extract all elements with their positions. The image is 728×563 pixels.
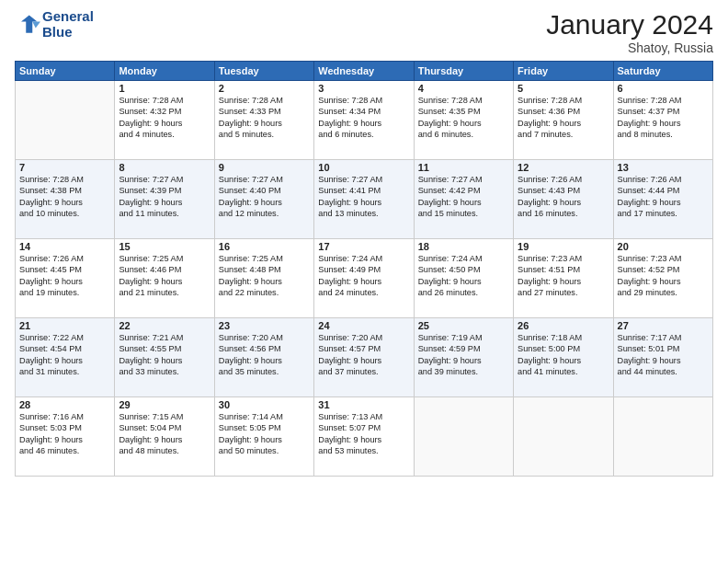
day-info: Sunrise: 7:17 AM [618, 332, 709, 343]
day-info: Sunset: 5:05 PM [219, 422, 310, 433]
day-cell [514, 397, 613, 477]
day-number: 11 [418, 162, 509, 173]
day-info: and 44 minutes. [618, 366, 709, 377]
day-number: 30 [219, 399, 310, 410]
day-cell: 25Sunrise: 7:19 AMSunset: 4:59 PMDayligh… [414, 318, 513, 397]
week-row-1: 7Sunrise: 7:28 AMSunset: 4:38 PMDaylight… [16, 160, 713, 239]
day-cell: 18Sunrise: 7:24 AMSunset: 4:50 PMDayligh… [414, 239, 513, 318]
day-info: Sunset: 4:45 PM [19, 264, 110, 275]
svg-marker-1 [32, 21, 40, 28]
day-info: Sunset: 4:57 PM [318, 343, 409, 354]
location: Shatoy, Russia [546, 40, 713, 55]
day-info: Sunset: 4:40 PM [219, 185, 310, 196]
day-info: Sunset: 4:56 PM [219, 343, 310, 354]
day-cell: 24Sunrise: 7:20 AMSunset: 4:57 PMDayligh… [314, 318, 414, 397]
day-info: Sunrise: 7:24 AM [418, 253, 509, 264]
day-number: 31 [318, 399, 409, 410]
logo-line1: General [42, 9, 94, 25]
day-info: Sunrise: 7:26 AM [19, 253, 110, 264]
day-number: 29 [119, 399, 210, 410]
day-info: Daylight: 9 hours [219, 197, 310, 208]
day-info: Sunset: 4:44 PM [618, 185, 709, 196]
day-info: Daylight: 9 hours [418, 197, 509, 208]
day-cell: 29Sunrise: 7:15 AMSunset: 5:04 PMDayligh… [115, 397, 214, 477]
day-info: Sunset: 4:46 PM [119, 264, 210, 275]
day-info: Daylight: 9 hours [618, 355, 709, 366]
day-cell: 21Sunrise: 7:22 AMSunset: 4:54 PMDayligh… [16, 318, 115, 397]
day-cell: 12Sunrise: 7:26 AMSunset: 4:43 PMDayligh… [514, 160, 613, 239]
day-info: and 21 minutes. [119, 287, 210, 298]
day-info: and 17 minutes. [618, 208, 709, 219]
day-info: Sunrise: 7:28 AM [518, 95, 609, 106]
week-row-4: 28Sunrise: 7:16 AMSunset: 5:03 PMDayligh… [16, 397, 713, 477]
day-number: 18 [418, 241, 509, 252]
day-info: Daylight: 9 hours [318, 118, 409, 129]
day-cell: 22Sunrise: 7:21 AMSunset: 4:55 PMDayligh… [115, 318, 214, 397]
title-block: January 2024 Shatoy, Russia [546, 9, 713, 55]
day-number: 5 [518, 83, 609, 94]
day-info: and 53 minutes. [318, 445, 409, 456]
day-info: and 41 minutes. [518, 366, 609, 377]
day-info: Sunrise: 7:27 AM [418, 174, 509, 185]
logo-text: General Blue [42, 9, 94, 40]
day-cell: 17Sunrise: 7:24 AMSunset: 4:49 PMDayligh… [314, 239, 414, 318]
day-info: Daylight: 9 hours [119, 118, 210, 129]
day-info: Sunset: 4:43 PM [518, 185, 609, 196]
week-row-0: 1Sunrise: 7:28 AMSunset: 4:32 PMDaylight… [16, 81, 713, 160]
day-info: Daylight: 9 hours [19, 355, 110, 366]
day-info: Sunrise: 7:25 AM [119, 253, 210, 264]
day-number: 27 [618, 320, 709, 331]
day-number: 19 [518, 241, 609, 252]
day-info: Sunrise: 7:27 AM [219, 174, 310, 185]
day-info: Daylight: 9 hours [219, 118, 310, 129]
logo-icon [15, 12, 40, 38]
day-info: Daylight: 9 hours [219, 355, 310, 366]
day-info: Daylight: 9 hours [318, 276, 409, 287]
header-row: Sunday Monday Tuesday Wednesday Thursday… [16, 62, 713, 81]
day-info: Daylight: 9 hours [618, 118, 709, 129]
day-info: Sunset: 4:49 PM [318, 264, 409, 275]
day-info: Sunrise: 7:26 AM [618, 174, 709, 185]
day-info: Sunset: 5:01 PM [618, 343, 709, 354]
day-info: Daylight: 9 hours [119, 197, 210, 208]
day-info: Daylight: 9 hours [418, 276, 509, 287]
month-title: January 2024 [546, 9, 713, 40]
day-cell [613, 397, 712, 477]
day-number: 7 [19, 162, 110, 173]
calendar-table: Sunday Monday Tuesday Wednesday Thursday… [15, 61, 713, 477]
day-cell [414, 397, 513, 477]
day-info: Daylight: 9 hours [119, 276, 210, 287]
logo-line2: Blue [42, 25, 94, 40]
day-number: 9 [219, 162, 310, 173]
day-info: and 26 minutes. [418, 287, 509, 298]
day-number: 21 [19, 320, 110, 331]
day-info: Sunrise: 7:27 AM [119, 174, 210, 185]
day-number: 28 [19, 399, 110, 410]
day-info: Sunrise: 7:28 AM [219, 95, 310, 106]
day-cell: 9Sunrise: 7:27 AMSunset: 4:40 PMDaylight… [214, 160, 313, 239]
day-number: 8 [119, 162, 210, 173]
week-row-3: 21Sunrise: 7:22 AMSunset: 4:54 PMDayligh… [16, 318, 713, 397]
day-number: 6 [618, 83, 709, 94]
day-info: and 31 minutes. [19, 366, 110, 377]
day-info: and 10 minutes. [19, 208, 110, 219]
day-cell: 19Sunrise: 7:23 AMSunset: 4:51 PMDayligh… [514, 239, 613, 318]
day-info: Sunrise: 7:21 AM [119, 332, 210, 343]
day-number: 17 [318, 241, 409, 252]
day-info: Daylight: 9 hours [119, 355, 210, 366]
day-cell: 10Sunrise: 7:27 AMSunset: 4:41 PMDayligh… [314, 160, 414, 239]
day-info: Sunset: 4:32 PM [119, 106, 210, 117]
day-cell: 4Sunrise: 7:28 AMSunset: 4:35 PMDaylight… [414, 81, 513, 160]
day-cell: 16Sunrise: 7:25 AMSunset: 4:48 PMDayligh… [214, 239, 313, 318]
day-info: Sunset: 4:37 PM [618, 106, 709, 117]
day-info: Sunset: 4:59 PM [418, 343, 509, 354]
day-info: Sunrise: 7:13 AM [318, 411, 409, 422]
day-number: 22 [119, 320, 210, 331]
day-info: and 22 minutes. [219, 287, 310, 298]
day-cell: 1Sunrise: 7:28 AMSunset: 4:32 PMDaylight… [115, 81, 214, 160]
day-info: Daylight: 9 hours [518, 197, 609, 208]
day-info: Daylight: 9 hours [19, 276, 110, 287]
day-info: Daylight: 9 hours [19, 434, 110, 445]
col-sunday: Sunday [16, 62, 115, 81]
day-cell: 26Sunrise: 7:18 AMSunset: 5:00 PMDayligh… [514, 318, 613, 397]
